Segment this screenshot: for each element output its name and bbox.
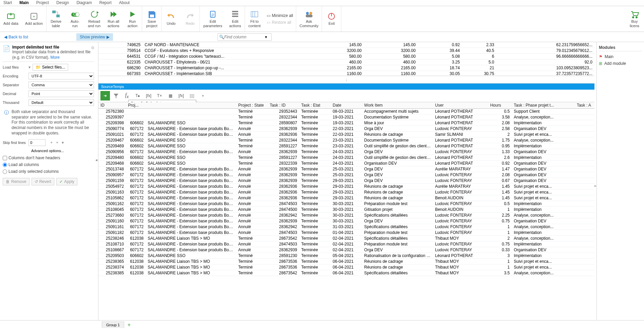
data-row[interactable]: 25209398606602SALAMANDRE SSOTerminé28590… — [98, 120, 594, 126]
skip-lines-input[interactable] — [29, 139, 45, 146]
module-main[interactable]: ⚑Main — [599, 53, 642, 60]
decimal-select[interactable]: Point — [29, 90, 94, 97]
show-preview-button[interactable]: Show preview▶ — [76, 33, 113, 41]
column-header[interactable]: Task : A — [575, 102, 594, 109]
text-column-icon[interactable]: T▸ — [133, 91, 143, 100]
formula-remove-icon[interactable]: [fx] — [176, 91, 186, 100]
column-header[interactable]: Project : State — [236, 102, 268, 109]
column-header[interactable]: Task : ID — [268, 102, 299, 109]
run-all-button[interactable]: Run all actions — [104, 8, 123, 29]
tab-report[interactable]: Report — [98, 0, 113, 6]
split-icon[interactable]: ▯▯ — [187, 91, 197, 100]
tab-diagram[interactable]: Diagram — [75, 0, 93, 6]
data-row[interactable]: 25762380Terminé29352443Terminée08-03-202… — [98, 109, 594, 114]
add-tab-button[interactable]: + — [126, 322, 133, 328]
data-row[interactable]: 25090957607172SALAMANDRE - Extension bas… — [98, 172, 594, 178]
column-header[interactable]: Work Item — [362, 102, 433, 109]
upper-row[interactable]: 667393CHAROUSSET - Implémentation SIB116… — [98, 71, 594, 76]
data-row[interactable]: 25091162607172SALAMANDRE - Extension bas… — [98, 201, 594, 207]
column-header[interactable]: Hours — [488, 102, 512, 109]
revert-button[interactable]: ↺Revert — [32, 178, 54, 185]
reload-and-run-button[interactable]: Reload and run — [84, 8, 104, 29]
columns-icon[interactable]: ▦ — [166, 91, 175, 100]
minimize-all-button[interactable]: ▭Minimize all — [266, 13, 294, 19]
edit-parameters-button[interactable]: pEdit parameters — [200, 8, 226, 29]
undo-button[interactable]: Undo — [162, 11, 181, 27]
select-files-button[interactable]: 📁Select files... — [33, 64, 68, 71]
find-column-search[interactable]: 🔍 ▾ — [217, 33, 272, 41]
data-row[interactable]: 25209468606602SALAMANDRE SSOTerminé28322… — [98, 161, 594, 166]
separator-select[interactable]: Comma — [29, 81, 94, 88]
data-row[interactable]: 25090774607172SALAMANDRE - Extension bas… — [98, 126, 594, 132]
column-header[interactable] — [146, 102, 236, 109]
data-row[interactable]: 25238365612038SALAMANDRE Liaison TBS > M… — [98, 259, 594, 264]
dropdown-arrow-icon[interactable]: ▾ — [62, 140, 64, 145]
data-row[interactable]: 25054972607172SALAMANDRE - Extension bas… — [98, 184, 594, 189]
no-headers-checkbox[interactable] — [3, 156, 7, 160]
upper-row[interactable]: 622335CHAROUSSET - Ethylotests - 06/2146… — [98, 59, 594, 65]
column-header[interactable]: ID — [98, 102, 126, 109]
data-row[interactable]: 25209397Terminé28322344Terminée19-03-202… — [98, 114, 594, 120]
data-row[interactable]: 25013748607172SALAMANDRE - Extension bas… — [98, 166, 594, 172]
buy-license-button[interactable]: Buy licens — [625, 8, 644, 29]
data-row[interactable]: 25209467606602SALAMANDRE SSOTerminé28322… — [98, 138, 594, 143]
data-row[interactable]: 25273660607172SALAMANDRE - Extension bas… — [98, 213, 594, 218]
restore-all-button[interactable]: ▭Restore all — [266, 19, 294, 25]
load-selected-radio[interactable] — [3, 169, 7, 174]
column-header[interactable]: Task : Phase projet t... — [512, 102, 575, 109]
text-remove-icon[interactable]: T× — [155, 91, 164, 100]
data-row[interactable]: 25108667607172SALAMANDRE - Extension bas… — [98, 247, 594, 253]
data-row[interactable]: 25209480606602SALAMANDRE SSOTerminé28591… — [98, 155, 594, 161]
data-row[interactable]: 25091163607172SALAMANDRE - Extension bas… — [98, 189, 594, 195]
exit-button[interactable]: Exit — [322, 11, 341, 27]
tab-design[interactable]: Design — [55, 0, 70, 6]
ask-community-button[interactable]: Ask Community — [296, 8, 322, 29]
column-header[interactable]: User — [433, 102, 488, 109]
data-row[interactable]: 25105862607172SALAMANDRE - Extension bas… — [98, 195, 594, 201]
apply-button[interactable]: ✓Apply — [56, 178, 77, 185]
back-to-list-link[interactable]: ◀Back to list — [2, 33, 30, 41]
find-column-input[interactable] — [224, 35, 265, 39]
tab-group-1[interactable]: Group 1 — [102, 322, 124, 328]
redo-button[interactable]: Redo — [181, 11, 200, 27]
data-row[interactable]: 25091160607172SALAMANDRE - Extension bas… — [98, 218, 594, 224]
data-row[interactable]: 25091182607172SALAMANDRE - Extension bas… — [98, 230, 594, 236]
data-row[interactable]: 25108710607172SALAMANDRE - Extension bas… — [98, 241, 594, 247]
tab-start[interactable]: Start — [2, 0, 13, 6]
data-row[interactable]: 25209503606602SALAMANDRE SSOTerminé28591… — [98, 253, 594, 259]
data-row[interactable]: 25090956607172SALAMANDRE - Extension bas… — [98, 149, 594, 155]
column-header[interactable]: Date — [331, 102, 362, 109]
more-link[interactable]: More — [50, 55, 59, 60]
data-row[interactable]: 25238246612038SALAMANDRE Liaison TBS > M… — [98, 236, 594, 241]
save-project-button[interactable]: Save project — [142, 8, 161, 29]
tab-main[interactable]: Main — [18, 0, 30, 6]
load-all-radio[interactable] — [3, 163, 7, 167]
advanced-options-button[interactable]: Advanced options... — [29, 148, 67, 153]
upper-row[interactable]: 644531CCGF / MJ - Intégration cookies "t… — [98, 54, 594, 59]
fit-to-content-button[interactable]: Fit to content — [245, 8, 264, 29]
data-row[interactable]: 25091161607172SALAMANDRE - Extension bas… — [98, 224, 594, 230]
data-row[interactable]: 25108045607172SALAMANDRE - Extension bas… — [98, 207, 594, 213]
data-row[interactable]: 25091159607172SALAMANDRE - Extension bas… — [98, 178, 594, 184]
lower-data-grid[interactable]: IDProj...Project : StateTask : IDTask : … — [98, 102, 594, 323]
column-header[interactable]: Proj... — [126, 102, 146, 109]
data-row[interactable]: 25091021607172SALAMANDRE - Extension bas… — [98, 132, 594, 138]
tab-project[interactable]: Project — [35, 0, 50, 6]
collapse-panel-icon[interactable]: ◂ — [95, 158, 97, 162]
data-row[interactable]: 25209469606602SALAMANDRE SSOTerminé28591… — [98, 143, 594, 149]
fx-icon[interactable]: fx — [122, 91, 132, 100]
derive-table-button[interactable]: Derive table — [46, 8, 65, 29]
toolbar-dropdown-icon[interactable]: ▾ — [198, 91, 208, 100]
run-action-button[interactable]: Run action — [123, 8, 142, 29]
upper-data-grid[interactable]: 749625CAP NORD - MAINTENANCE145.00145.00… — [98, 42, 594, 76]
add-action-button[interactable]: +Add action — [22, 11, 46, 27]
upper-row[interactable]: 686290CHAROUSSET - Implémentation pop-up… — [98, 65, 594, 71]
filter-icon[interactable] — [111, 91, 121, 100]
plus-icon-2[interactable]: + — [56, 140, 58, 145]
data-row[interactable]: 25238374612038SALAMANDRE Liaison TBS > M… — [98, 264, 594, 270]
encoding-select[interactable]: UTF-8 — [29, 73, 94, 79]
upper-row[interactable]: 749625CAP NORD - MAINTENANCE145.00145.00… — [98, 42, 594, 48]
auto-run-button[interactable]: ONAuto- run — [65, 8, 84, 29]
thousand-select[interactable]: Default — [29, 99, 94, 106]
data-row[interactable]: 25238385612038SALAMANDRE Liaison TBS > M… — [98, 270, 594, 276]
